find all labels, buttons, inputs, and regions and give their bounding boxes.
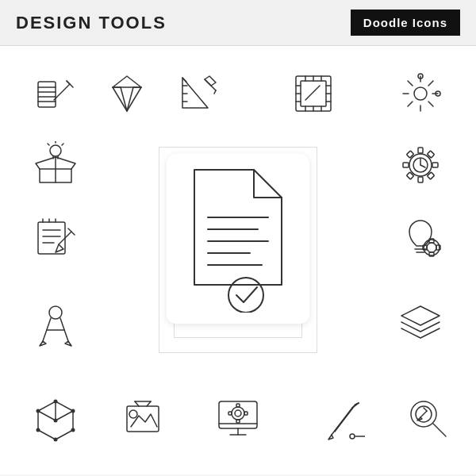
svg-rect-87 bbox=[429, 239, 434, 243]
svg-line-11 bbox=[127, 87, 133, 111]
icon-settings-sliders bbox=[389, 62, 452, 125]
svg-marker-124 bbox=[328, 435, 333, 440]
svg-point-110 bbox=[129, 410, 137, 418]
svg-rect-66 bbox=[432, 163, 438, 167]
icon-magnify-pen bbox=[397, 387, 460, 451]
svg-point-60 bbox=[228, 278, 263, 313]
icon-cube bbox=[24, 387, 87, 451]
svg-line-45 bbox=[428, 102, 433, 106]
icon-tools-ruler bbox=[167, 62, 230, 125]
svg-rect-114 bbox=[219, 401, 257, 428]
header: DESIGN TOOLS Doodle Icons bbox=[0, 0, 476, 46]
brand-badge: Doodle Icons bbox=[351, 10, 460, 36]
svg-line-129 bbox=[355, 403, 359, 405]
svg-rect-23 bbox=[301, 81, 326, 106]
svg-rect-120 bbox=[236, 404, 240, 407]
page-title: DESIGN TOOLS bbox=[16, 13, 167, 33]
svg-marker-20 bbox=[205, 76, 216, 86]
svg-line-21 bbox=[214, 90, 216, 94]
icon-notepad-pencil bbox=[24, 205, 87, 268]
icon-pencil-draw bbox=[309, 387, 373, 451]
svg-rect-65 bbox=[403, 163, 409, 167]
svg-point-105 bbox=[54, 438, 58, 442]
svg-line-5 bbox=[54, 84, 70, 100]
svg-rect-122 bbox=[228, 412, 232, 415]
icon-gear-bulb bbox=[389, 205, 452, 268]
svg-line-100 bbox=[56, 411, 73, 420]
svg-rect-123 bbox=[244, 412, 248, 415]
svg-line-72 bbox=[420, 165, 425, 167]
svg-marker-8 bbox=[113, 76, 141, 111]
icon-layers bbox=[389, 292, 452, 355]
svg-marker-81 bbox=[56, 244, 63, 252]
svg-marker-95 bbox=[40, 341, 46, 346]
svg-line-101 bbox=[38, 411, 56, 420]
svg-rect-121 bbox=[236, 420, 240, 423]
icons-grid bbox=[0, 46, 476, 474]
svg-point-106 bbox=[36, 428, 40, 432]
svg-point-85 bbox=[424, 240, 440, 255]
svg-point-131 bbox=[350, 434, 355, 439]
svg-line-137 bbox=[424, 408, 427, 411]
icon-compass bbox=[24, 292, 87, 355]
svg-marker-97 bbox=[401, 306, 440, 325]
icon-diamond bbox=[95, 62, 159, 125]
svg-point-104 bbox=[71, 428, 75, 432]
svg-line-7 bbox=[67, 81, 70, 84]
icon-gear-clock bbox=[389, 133, 452, 197]
svg-rect-73 bbox=[38, 222, 65, 254]
svg-line-53 bbox=[62, 144, 63, 145]
main-content bbox=[0, 46, 476, 474]
svg-line-126 bbox=[335, 405, 355, 432]
svg-line-112 bbox=[147, 401, 151, 406]
svg-point-118 bbox=[232, 407, 244, 420]
svg-rect-64 bbox=[418, 177, 423, 182]
svg-point-49 bbox=[50, 145, 61, 156]
svg-point-102 bbox=[54, 400, 58, 404]
svg-point-107 bbox=[36, 409, 40, 413]
svg-line-47 bbox=[408, 102, 413, 106]
svg-line-46 bbox=[428, 81, 433, 86]
svg-marker-96 bbox=[65, 341, 71, 346]
svg-line-10 bbox=[121, 87, 127, 111]
svg-line-135 bbox=[420, 411, 427, 417]
svg-rect-88 bbox=[429, 252, 434, 256]
page-wrapper: DESIGN TOOLS Doodle Icons bbox=[0, 0, 476, 474]
svg-point-37 bbox=[414, 87, 427, 100]
svg-line-134 bbox=[433, 424, 446, 436]
icon-design-box bbox=[282, 62, 345, 125]
svg-rect-0 bbox=[38, 82, 56, 107]
icon-idea-box bbox=[24, 133, 87, 197]
svg-rect-63 bbox=[418, 148, 423, 153]
featured-document-icon bbox=[167, 154, 309, 324]
svg-line-36 bbox=[305, 86, 320, 100]
icon-picture-frame bbox=[111, 387, 175, 451]
icon-ruler-pencil bbox=[24, 62, 87, 125]
svg-point-119 bbox=[235, 410, 241, 416]
svg-line-111 bbox=[135, 401, 139, 406]
svg-point-103 bbox=[71, 409, 75, 413]
svg-point-108 bbox=[54, 419, 58, 423]
svg-point-86 bbox=[427, 243, 436, 252]
icon-monitor-gear bbox=[206, 387, 270, 451]
svg-line-54 bbox=[48, 144, 49, 145]
svg-rect-90 bbox=[436, 245, 440, 250]
svg-point-91 bbox=[49, 306, 62, 319]
svg-line-44 bbox=[408, 81, 413, 86]
